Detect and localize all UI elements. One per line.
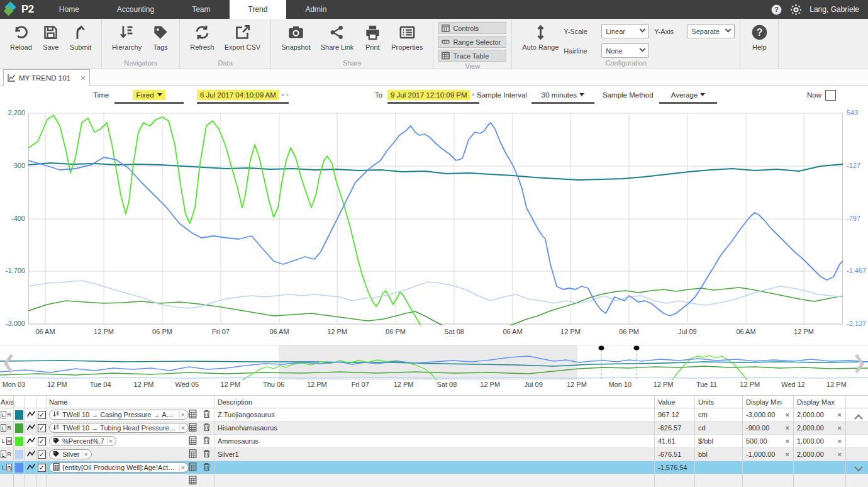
clear-max-button[interactable]: × — [838, 437, 843, 445]
axis-right-button[interactable]: R — [7, 411, 12, 418]
axis-left-button[interactable]: L — [1, 464, 6, 471]
nav-tab-team[interactable]: Team — [173, 0, 229, 19]
clear-min-button[interactable]: × — [786, 451, 791, 458]
trace-visibility-checkbox[interactable]: ✓ — [38, 464, 46, 472]
trace-line-2[interactable] — [28, 115, 431, 325]
axis-right-button[interactable]: R — [7, 451, 12, 458]
trace-visibility-checkbox[interactable]: ✓ — [38, 411, 46, 419]
chip-remove-button[interactable]: × — [82, 451, 88, 458]
trend-chart[interactable]: 2,200900-400-1,700-3,000 543-127-797-1,4… — [0, 106, 868, 343]
nav-tab-home[interactable]: Home — [40, 0, 98, 19]
clear-min-button[interactable]: × — [786, 424, 791, 432]
edit-expression-button[interactable] — [189, 423, 197, 433]
trace-name-chip[interactable]: TWell 10 → Tubing Head Pressure → Actual… — [49, 423, 189, 433]
trace-visibility-checkbox[interactable]: ✓ — [38, 424, 46, 432]
clear-min-button[interactable]: × — [786, 437, 791, 445]
chip-remove-button[interactable]: × — [179, 464, 185, 471]
share-link-button[interactable]: Share Link — [316, 21, 359, 53]
scroll-left-icon[interactable] — [1, 351, 18, 376]
nav-tab-trend[interactable]: Trend — [230, 0, 287, 19]
y-axis-select[interactable]: Separate — [687, 24, 735, 38]
from-datetime-field[interactable]: 6 Jul 2017 04:10:09 AM — [197, 87, 289, 104]
tags-button[interactable]: Tags — [147, 21, 174, 53]
edit-expression-button[interactable] — [189, 462, 197, 473]
table-row[interactable]: LR✓{entity[Oil Producing Well]:Age!Actua… — [0, 461, 868, 474]
user-menu[interactable]: Lang, Gabriele — [810, 5, 859, 14]
scroll-right-icon[interactable] — [850, 351, 867, 376]
scroll-up-icon[interactable] — [854, 412, 864, 422]
axis-right-button[interactable]: R — [7, 424, 12, 432]
calendar-icon[interactable] — [472, 90, 474, 99]
axis-left-button[interactable]: L — [1, 437, 6, 445]
line-style-icon[interactable] — [27, 463, 35, 472]
trace-name-chip[interactable]: {entity[Oil Producing Well]:Age!Actual} … — [49, 462, 189, 473]
trace-visibility-checkbox[interactable]: ✓ — [38, 437, 46, 445]
calendar-icon[interactable] — [282, 90, 284, 99]
trace-name-chip[interactable]: TWell 10 → Casing Pressure → Actual× — [49, 410, 189, 420]
line-style-icon[interactable] — [27, 410, 35, 419]
trace-line-0[interactable] — [28, 163, 843, 180]
hairline-pin[interactable] — [599, 346, 604, 350]
controls-toggle[interactable]: Controls — [438, 22, 506, 34]
save-button[interactable]: Save — [37, 21, 65, 53]
reload-button[interactable]: Reload — [5, 21, 37, 53]
trace-visibility-checkbox[interactable]: ✓ — [38, 451, 46, 459]
nav-tab-admin[interactable]: Admin — [286, 0, 345, 19]
trace-name-chip[interactable]: Silver× — [49, 449, 92, 459]
close-tab-icon[interactable]: × — [81, 74, 86, 82]
table-row[interactable]: LR✓Silver×Silver1-676.51bbl-1,000.00×2,0… — [0, 448, 868, 461]
submit-button[interactable]: Submit — [65, 21, 96, 53]
sample-interval-dropdown[interactable]: 30 minutes — [531, 87, 594, 104]
axis-left-button[interactable]: L — [1, 411, 6, 418]
range-selector-toggle[interactable]: Range Selector — [438, 36, 506, 48]
clear-max-button[interactable]: × — [838, 451, 843, 458]
refresh-button[interactable]: Refresh — [185, 21, 220, 53]
clear-max-button[interactable]: × — [838, 424, 843, 432]
delete-trace-button[interactable] — [203, 423, 211, 433]
chip-remove-button[interactable]: × — [107, 437, 113, 445]
trace-color-swatch[interactable] — [15, 450, 23, 459]
trend-document-tab[interactable]: MY TREND 101 × — [3, 69, 90, 86]
clock-icon[interactable] — [286, 90, 289, 99]
hairline-pin[interactable] — [634, 346, 640, 350]
gear-icon[interactable] — [790, 4, 802, 16]
trend-chart-plot[interactable] — [28, 108, 843, 325]
line-style-icon[interactable] — [27, 450, 35, 459]
range-selector-plot[interactable] — [0, 345, 868, 380]
clear-max-button[interactable]: × — [838, 411, 843, 418]
table-row[interactable]: LR✓TWell 10 → Tubing Head Pressure → Act… — [0, 422, 868, 435]
auto-range-button[interactable]: Auto Range — [517, 21, 564, 53]
line-style-icon[interactable] — [27, 423, 35, 432]
trace-color-swatch[interactable] — [15, 410, 23, 420]
to-datetime-field[interactable]: 9 Jul 2017 12:10:09 PM — [387, 87, 479, 104]
help-button[interactable]: ? Help — [745, 21, 773, 53]
trace-line-3[interactable] — [28, 281, 843, 308]
now-checkbox[interactable] — [825, 90, 836, 101]
table-row[interactable] — [0, 474, 868, 487]
table-row[interactable]: LR✓TWell 10 → Casing Pressure → Actual×Z… — [0, 408, 868, 422]
nav-tab-accounting[interactable]: Accounting — [98, 0, 173, 19]
y-scale-select[interactable]: Linear — [601, 24, 649, 38]
help-icon[interactable]: ? — [771, 4, 782, 16]
range-selector[interactable]: Mon 0312 PMTue 0412 PMWed 0512 PMThu 061… — [0, 345, 868, 391]
axis-left-button[interactable]: L — [1, 424, 6, 432]
trace-name-chip[interactable]: %Percent%.7× — [49, 436, 116, 446]
table-row[interactable]: LR✓%Percent%.7×Ammosaurus41.61$/bbl500.0… — [0, 435, 868, 448]
time-mode-dropdown[interactable]: Fixed — [114, 87, 184, 104]
sample-method-dropdown[interactable]: Average — [659, 87, 717, 104]
trace-color-swatch[interactable] — [15, 463, 23, 473]
line-style-icon[interactable] — [27, 437, 35, 445]
hierarchy-button[interactable]: Hierarchy — [107, 21, 147, 53]
edit-expression-button[interactable] — [189, 410, 197, 420]
trace-color-swatch[interactable] — [15, 437, 23, 446]
delete-trace-button[interactable] — [203, 410, 211, 420]
scroll-down-icon[interactable] — [854, 464, 864, 474]
export-csv-button[interactable]: Export CSV — [220, 21, 265, 53]
axis-right-button[interactable]: R — [6, 437, 12, 445]
chip-remove-button[interactable]: × — [179, 424, 185, 432]
print-button[interactable]: Print — [359, 21, 386, 53]
delete-trace-button[interactable] — [203, 436, 211, 446]
properties-button[interactable]: Properties — [386, 21, 428, 53]
delete-trace-button[interactable] — [203, 462, 211, 473]
clear-min-button[interactable]: × — [786, 411, 791, 418]
